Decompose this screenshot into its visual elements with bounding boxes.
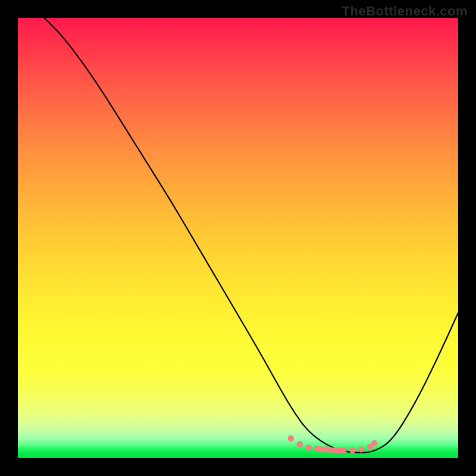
- watermark-text: TheBottleneck.com: [342, 4, 468, 19]
- marker-point: [349, 447, 355, 453]
- marker-point: [296, 441, 302, 447]
- marker-group: [288, 436, 378, 453]
- marker-point: [371, 440, 377, 446]
- chart-svg: [18, 18, 458, 458]
- marker-point: [288, 436, 294, 441]
- chart-container: TheBottleneck.com: [0, 0, 476, 476]
- plot-area: [18, 18, 458, 458]
- marker-point: [340, 447, 346, 453]
- marker-point: [305, 444, 311, 450]
- marker-point: [358, 446, 364, 452]
- line-series: [44, 18, 458, 453]
